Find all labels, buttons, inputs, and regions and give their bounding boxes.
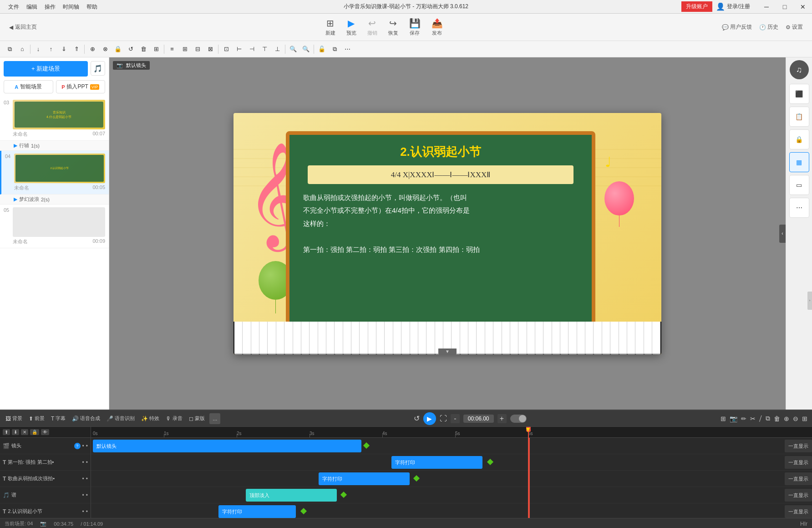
track-dot-4[interactable]: • bbox=[86, 459, 88, 466]
toggle-switch[interactable] bbox=[510, 415, 527, 423]
copy-tl-btn[interactable]: ⧉ bbox=[765, 414, 771, 423]
align-down-btn[interactable]: ↓ bbox=[32, 43, 44, 55]
icon-btn-17[interactable]: ⊣ bbox=[246, 43, 258, 55]
music-note-round-btn[interactable]: ♫ bbox=[790, 60, 809, 79]
track-ctrl-btn-5[interactable]: 👁 bbox=[41, 429, 49, 435]
icon-btn-9[interactable]: 🗑 bbox=[137, 43, 149, 55]
diamond-marker-1[interactable] bbox=[487, 459, 493, 465]
icon-btn-7[interactable]: 🔒 bbox=[112, 43, 124, 55]
icon-btn-5[interactable]: ⊕ bbox=[86, 43, 98, 55]
track-dot-2[interactable]: • bbox=[86, 443, 88, 449]
icon-btn-12[interactable]: ⊞ bbox=[179, 43, 191, 55]
track-ctrl-btn-4[interactable]: 🔒 bbox=[30, 429, 39, 435]
ai-scene-button[interactable]: A 智能场景 bbox=[4, 80, 53, 93]
menu-timeline[interactable]: 时间轴 bbox=[59, 0, 83, 14]
align-down2-btn[interactable]: ⇓ bbox=[58, 43, 70, 55]
lock-icon-btn[interactable]: 🔓 bbox=[316, 43, 328, 55]
right-panel-btn-4[interactable]: ▦ bbox=[789, 152, 809, 172]
more-tl-btn[interactable]: ... bbox=[209, 413, 220, 424]
login-button[interactable]: 登录/注册 bbox=[727, 3, 750, 10]
settings-button[interactable]: ⚙ 设置 bbox=[786, 23, 803, 31]
menu-edit[interactable]: 编辑 bbox=[23, 0, 41, 14]
zoom-minus-btn[interactable]: - bbox=[451, 414, 460, 423]
redo-button[interactable]: ↪ 恢复 bbox=[388, 18, 398, 36]
icon-btn-10[interactable]: ⊞ bbox=[150, 43, 162, 55]
clip-4[interactable]: 字符打印 bbox=[218, 505, 296, 518]
diamond-marker-2[interactable] bbox=[413, 475, 420, 482]
split-btn[interactable]: ⧸ bbox=[758, 414, 763, 423]
right-panel-btn-2[interactable]: 📋 bbox=[789, 107, 809, 127]
icon-btn-14[interactable]: ⊠ bbox=[204, 43, 216, 55]
always-show-3[interactable]: 一直显示 bbox=[785, 489, 812, 502]
timeline-ruler[interactable]: 0s 1s 2s 3s 4s 5s 6s bbox=[91, 427, 812, 438]
track-dot-8[interactable]: • bbox=[86, 492, 88, 498]
maximize-button[interactable]: □ bbox=[776, 0, 794, 14]
user-feedback-button[interactable]: 💬 用户反馈 bbox=[722, 23, 752, 31]
close-button[interactable]: ✕ bbox=[794, 0, 812, 14]
front-btn[interactable]: ⬆ 前景 bbox=[27, 414, 46, 423]
fullscreen-btn[interactable]: ⛶ bbox=[440, 415, 447, 423]
always-show-0[interactable]: 一直显示 bbox=[785, 440, 812, 452]
right-panel-btn-1[interactable]: ⬛ bbox=[789, 84, 809, 104]
edit-btn[interactable]: ✏ bbox=[740, 414, 747, 423]
publish-button[interactable]: 📤 发布 bbox=[431, 18, 443, 36]
minimize-button[interactable]: ─ bbox=[757, 0, 776, 14]
clip-2[interactable]: 字符打印 bbox=[319, 472, 410, 485]
icon-btn-8[interactable]: ↺ bbox=[125, 43, 137, 55]
always-show-2[interactable]: 一直显示 bbox=[785, 472, 812, 485]
icon-btn-13[interactable]: ⊟ bbox=[192, 43, 203, 55]
home-icon-btn[interactable]: ⌂ bbox=[16, 43, 28, 55]
play-main-btn[interactable]: ▶ bbox=[423, 412, 436, 425]
always-show-1[interactable]: 一直显示 bbox=[785, 456, 812, 469]
history-button[interactable]: 🕐 历史 bbox=[759, 23, 778, 31]
track-ctrl-btn-1[interactable]: ⬆ bbox=[3, 429, 10, 435]
new-button[interactable]: ⊞ 新建 bbox=[325, 18, 335, 36]
clip-3[interactable]: 顶部淡入 bbox=[246, 489, 337, 502]
icon-btn-6[interactable]: ⊗ bbox=[99, 43, 111, 55]
delete-tl-btn[interactable]: 🗑 bbox=[773, 414, 781, 423]
menu-file[interactable]: 文件 bbox=[5, 0, 23, 14]
right-panel-btn-3[interactable]: 🔒 bbox=[789, 129, 809, 149]
right-panel-btn-5[interactable]: ▭ bbox=[789, 175, 809, 195]
icon-btn-11[interactable]: ≡ bbox=[166, 43, 178, 55]
more-icon-btn[interactable]: ⋯ bbox=[341, 43, 353, 55]
upgrade-button[interactable]: 升级账户 bbox=[681, 1, 712, 12]
tl-add-btn[interactable]: ⊞ bbox=[801, 414, 808, 423]
new-scene-button[interactable]: + 新建场景 bbox=[4, 61, 88, 77]
caption-btn[interactable]: T 字幕 bbox=[49, 414, 67, 423]
right-panel-more-btn[interactable]: ⋯ bbox=[789, 198, 809, 218]
track-dot-5[interactable]: • bbox=[82, 476, 84, 482]
reset-btn[interactable]: ↺ bbox=[414, 414, 420, 423]
track-dot-6[interactable]: • bbox=[86, 476, 88, 482]
track-dot-9[interactable]: • bbox=[82, 508, 84, 515]
diamond-marker-4[interactable] bbox=[300, 508, 307, 514]
playhead-marker[interactable] bbox=[528, 427, 529, 518]
menu-operation[interactable]: 操作 bbox=[41, 0, 59, 14]
track-ctrl-btn-2[interactable]: ⬇ bbox=[12, 429, 19, 435]
collapse-canvas-btn[interactable]: ▼ bbox=[438, 349, 457, 354]
fit-screen-btn[interactable]: ⊞ bbox=[720, 414, 727, 423]
mask-btn[interactable]: ◻ 蒙版 bbox=[187, 414, 207, 423]
transition-row-2[interactable]: ▶ 梦幻波浪 2(s) bbox=[0, 195, 109, 205]
bg-btn[interactable]: 🖼 背景 bbox=[4, 414, 24, 423]
zoom-plus-btn[interactable]: + bbox=[497, 414, 507, 423]
track-dot-3[interactable]: • bbox=[82, 459, 84, 466]
always-show-4[interactable]: 一直显示 bbox=[785, 505, 812, 518]
tl-zoom-in-btn[interactable]: ⊕ bbox=[783, 414, 790, 423]
preview-button[interactable]: ▶ 预览 bbox=[346, 18, 356, 36]
icon-btn-19[interactable]: ⊥ bbox=[271, 43, 283, 55]
music-button[interactable]: 🎵 bbox=[91, 61, 105, 76]
ppt-button[interactable]: P 插入PPT VIP bbox=[56, 80, 106, 93]
track-dot-10[interactable]: • bbox=[86, 508, 88, 515]
icon-btn-16[interactable]: ⊢ bbox=[233, 43, 245, 55]
home-button[interactable]: ◀ 返回主页 bbox=[9, 23, 37, 31]
clip-1[interactable]: 字符打印 bbox=[391, 456, 482, 469]
zoom-in-icon-btn[interactable]: 🔍 bbox=[287, 43, 299, 55]
track-help-btn[interactable]: ? bbox=[74, 443, 81, 449]
diamond-marker-0[interactable] bbox=[363, 442, 370, 449]
align-up-btn[interactable]: ↑ bbox=[45, 43, 57, 55]
icon-btn-15[interactable]: ⊡ bbox=[220, 43, 232, 55]
save-button[interactable]: 💾 保存 bbox=[409, 18, 421, 36]
clip-camera[interactable]: 默认镜头 bbox=[93, 440, 361, 452]
scene-item-04[interactable]: 04 2.认识弱起小节 未命名 00:05 bbox=[0, 151, 109, 195]
